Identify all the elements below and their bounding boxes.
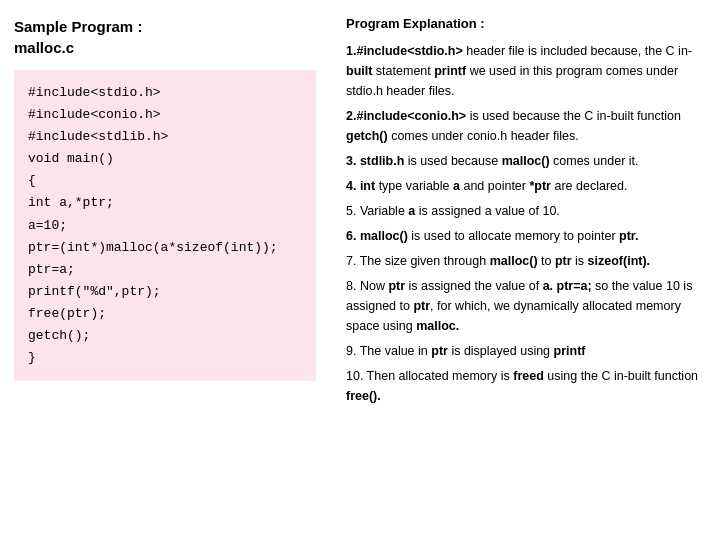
code-line: int a,*ptr;	[28, 192, 302, 214]
explanation-text: 1.#include<stdio.h> header file is inclu…	[346, 41, 704, 406]
code-line: #include<conio.h>	[28, 104, 302, 126]
point-10: 10. Then allocated memory is freed using…	[346, 366, 704, 406]
page-title: Sample Program :malloc.c	[14, 16, 316, 58]
left-panel: Sample Program :malloc.c #include<stdio.…	[0, 0, 330, 540]
code-line: getch();	[28, 325, 302, 347]
point-5: 5. Variable a is assigned a value of 10.	[346, 201, 704, 221]
code-line: void main()	[28, 148, 302, 170]
code-line: a=10;	[28, 215, 302, 237]
code-line: #include<stdlib.h>	[28, 126, 302, 148]
code-line: free(ptr);	[28, 303, 302, 325]
point-1: 1.#include<stdio.h> header file is inclu…	[346, 41, 704, 101]
code-line: ptr=(int*)malloc(a*sizeof(int));	[28, 237, 302, 259]
code-block: #include<stdio.h> #include<conio.h> #inc…	[14, 70, 316, 381]
point-6: 6. malloc() is used to allocate memory t…	[346, 226, 704, 246]
point-3: 3. stdlib.h is used because malloc() com…	[346, 151, 704, 171]
point-4: 4. int type variable a and pointer *ptr …	[346, 176, 704, 196]
code-line: #include<stdio.h>	[28, 82, 302, 104]
code-line: printf("%d",ptr);	[28, 281, 302, 303]
point-9: 9. The value in ptr is displayed using p…	[346, 341, 704, 361]
point-8: 8. Now ptr is assigned the value of a. p…	[346, 276, 704, 336]
point-7: 7. The size given through malloc() to pt…	[346, 251, 704, 271]
right-panel: Program Explanation : 1.#include<stdio.h…	[330, 0, 720, 540]
point-2: 2.#include<conio.h> is used because the …	[346, 106, 704, 146]
code-line: }	[28, 347, 302, 369]
code-line: ptr=a;	[28, 259, 302, 281]
code-line: {	[28, 170, 302, 192]
explanation-title: Program Explanation :	[346, 14, 704, 35]
